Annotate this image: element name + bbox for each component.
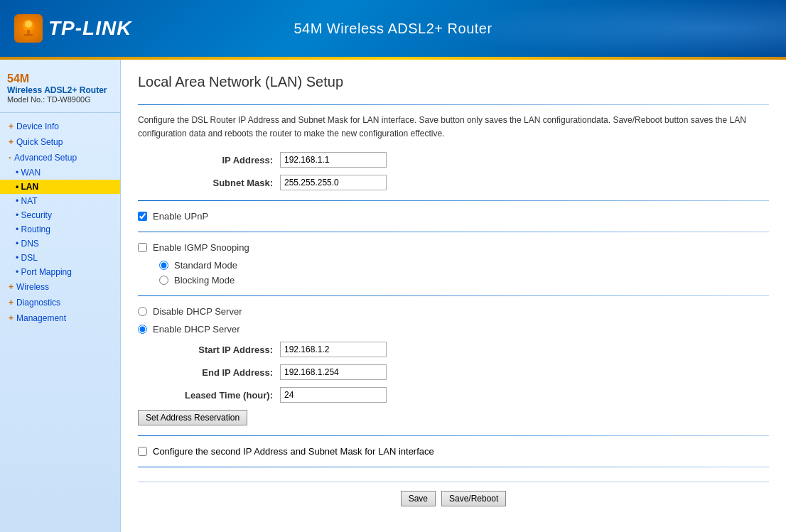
model-num: Model No.: TD-W8900G [7,95,113,104]
subnet-mask-input[interactable] [280,175,387,190]
plus-icon: + [9,298,14,308]
end-ip-label: End IP Address: [138,367,280,378]
plus-icon: + [9,313,14,323]
title-divider [138,104,769,105]
sidebar-item-label: Quick Setup [16,137,63,147]
sidebar-item-port-mapping[interactable]: • Port Mapping [0,265,120,279]
sidebar: 54M Wireless ADSL2+ Router Model No.: TD… [0,60,121,532]
set-address-reservation-button[interactable]: Set Address Reservation [138,410,247,425]
sidebar-item-label: Wireless [16,282,49,292]
disable-dhcp-row: Disable DHCP Server [138,306,769,317]
sidebar-item-lan[interactable]: • LAN [0,180,120,194]
start-ip-input[interactable] [280,342,387,357]
subnet-mask-label: Subnet Mask: [138,178,280,188]
leased-time-row: Leased Time (hour): [138,387,769,403]
sidebar-item-label: • DSL [16,253,38,263]
igmp-row: Enable IGMP Snooping [138,242,769,253]
header-title: 54M Wireless ADSL2+ Router [294,21,492,37]
sidebar-item-management[interactable]: + Management [0,310,120,326]
upnp-row: Enable UPnP [138,211,769,222]
sidebar-model-info: 54M Wireless ADSL2+ Router Model No.: TD… [0,67,120,113]
sidebar-item-label: • Routing [16,224,50,234]
sidebar-item-advanced-setup[interactable]: - Advanced Setup [0,150,120,165]
second-ip-checkbox[interactable] [138,447,147,456]
page-title: Local Area Network (LAN) Setup [138,74,769,96]
main-content: Local Area Network (LAN) Setup Configure… [121,60,786,532]
sidebar-item-label: • NAT [16,196,38,206]
save-button[interactable]: Save [401,491,436,506]
svg-rect-3 [24,34,33,36]
divider-3 [138,295,769,296]
upnp-checkbox[interactable] [138,212,147,221]
plus-icon: + [9,282,14,292]
upnp-label: Enable UPnP [153,211,208,222]
sidebar-item-label: • DNS [16,239,39,249]
standard-mode-label: Standard Mode [174,260,237,271]
divider-1 [138,200,769,201]
sidebar-item-dns[interactable]: • DNS [0,237,120,251]
enable-dhcp-radio[interactable] [138,325,147,334]
sidebar-item-device-info[interactable]: + Device Info [0,119,120,134]
sidebar-item-dsl[interactable]: • DSL [0,251,120,265]
header: TP-LINK 54M Wireless ADSL2+ Router [0,0,786,57]
sidebar-item-label: • Security [16,210,52,220]
subnet-mask-row: Subnet Mask: [138,175,769,190]
sidebar-item-label: Management [16,313,66,323]
sidebar-item-routing[interactable]: • Routing [0,222,120,237]
end-ip-input[interactable] [280,364,387,380]
start-ip-label: Start IP Address: [138,344,280,355]
ip-address-label: IP Address: [138,155,280,165]
second-ip-label: Configure the second IP Address and Subn… [153,446,434,457]
leased-time-label: Leased Time (hour): [138,390,280,401]
layout: 54M Wireless ADSL2+ Router Model No.: TD… [0,60,786,532]
igmp-label: Enable IGMP Snooping [153,242,249,253]
igmp-checkbox[interactable] [138,243,147,252]
disable-dhcp-label: Disable DHCP Server [153,306,242,317]
sidebar-item-quick-setup[interactable]: + Quick Setup [0,134,120,150]
sidebar-item-label: Device Info [16,121,59,131]
blocking-mode-row: Blocking Mode [159,275,769,286]
save-reboot-button[interactable]: Save/Reboot [441,491,506,506]
leased-time-input[interactable] [280,387,387,403]
standard-mode-radio[interactable] [159,261,168,270]
ip-address-input[interactable] [280,152,387,168]
logo-text: TP-LINK [48,17,131,40]
sidebar-item-label: Advanced Setup [14,153,77,163]
disable-dhcp-radio[interactable] [138,307,147,316]
addr-reservation-container: Set Address Reservation [138,410,769,425]
sidebar-item-nat[interactable]: • NAT [0,194,120,208]
svg-point-1 [25,21,32,28]
description: Configure the DSL Router IP Address and … [138,114,769,141]
plus-icon: + [9,121,14,131]
standard-mode-row: Standard Mode [159,260,769,271]
enable-dhcp-row: Enable DHCP Server [138,324,769,335]
logo-icon [14,14,43,43]
start-ip-row: Start IP Address: [138,342,769,357]
second-ip-row: Configure the second IP Address and Subn… [138,446,769,457]
logo: TP-LINK [14,14,131,43]
divider-4 [138,435,769,436]
plus-icon: + [9,137,14,147]
sidebar-item-security[interactable]: • Security [0,208,120,222]
divider-2 [138,232,769,232]
blocking-mode-radio[interactable] [159,276,168,285]
sidebar-item-label: • WAN [16,168,41,178]
ip-address-row: IP Address: [138,152,769,168]
sidebar-item-wireless[interactable]: + Wireless [0,279,120,295]
sidebar-item-wan[interactable]: • WAN [0,165,120,180]
sidebar-item-label: • Port Mapping [16,267,72,277]
sidebar-item-label: • LAN [16,182,38,192]
end-ip-row: End IP Address: [138,364,769,380]
minus-icon: - [9,153,11,163]
sidebar-item-label: Diagnostics [16,298,60,308]
enable-dhcp-label: Enable DHCP Server [153,324,240,335]
blocking-mode-label: Blocking Mode [174,275,235,286]
model-title: 54M [7,72,113,85]
buttons-row: Save Save/Reboot [138,482,769,506]
model-sub: Wireless ADSL2+ Router [7,85,113,95]
sidebar-item-diagnostics[interactable]: + Diagnostics [0,295,120,310]
divider-5 [138,467,769,467]
